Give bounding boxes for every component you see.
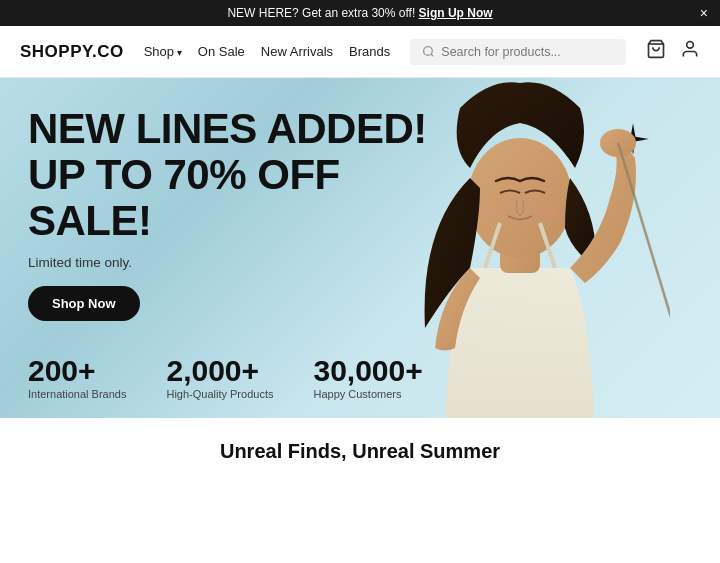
- nav-item-new-arrivals[interactable]: New Arrivals: [261, 44, 333, 59]
- nav-item-shop[interactable]: Shop: [144, 44, 182, 59]
- stat-label: High-Quality Products: [166, 388, 273, 400]
- announcement-bar: NEW HERE? Get an extra 30% off! Sign Up …: [0, 0, 720, 26]
- cart-icon[interactable]: [646, 39, 666, 64]
- search-bar[interactable]: [410, 39, 626, 65]
- nav-item-brands[interactable]: Brands: [349, 44, 390, 59]
- hero-content: NEW LINES ADDED! UP TO 70% OFF SALE! Lim…: [28, 106, 448, 321]
- announcement-link[interactable]: Sign Up Now: [419, 6, 493, 20]
- hero-headline-line1: NEW LINES ADDED!: [28, 105, 427, 152]
- bottom-section: Unreal Finds, Unreal Summer: [0, 418, 720, 473]
- site-logo[interactable]: SHOPPY.CO: [20, 42, 124, 62]
- search-input[interactable]: [441, 45, 614, 59]
- nav-icons: [646, 39, 700, 64]
- user-icon[interactable]: [680, 39, 700, 64]
- svg-point-3: [687, 42, 694, 49]
- stat-item: 200+ International Brands: [28, 356, 126, 400]
- search-icon: [422, 45, 435, 58]
- bottom-headline: Unreal Finds, Unreal Summer: [20, 440, 700, 463]
- hero-headline: NEW LINES ADDED! UP TO 70% OFF SALE!: [28, 106, 448, 245]
- announcement-close-button[interactable]: ×: [700, 6, 708, 20]
- stat-number: 2,000+: [166, 356, 273, 386]
- stat-number: 200+: [28, 356, 126, 386]
- hero-headline-line2: UP TO 70% OFF SALE!: [28, 151, 340, 244]
- svg-point-7: [483, 204, 507, 218]
- svg-point-5: [468, 138, 572, 258]
- shop-now-button[interactable]: Shop Now: [28, 286, 140, 321]
- stat-number: 30,000+: [313, 356, 422, 386]
- announcement-text: NEW HERE? Get an extra 30% off!: [227, 6, 415, 20]
- navbar: SHOPPY.CO ShopOn SaleNew ArrivalsBrands: [0, 26, 720, 78]
- stat-label: Happy Customers: [313, 388, 422, 400]
- nav-item-on-sale[interactable]: On Sale: [198, 44, 245, 59]
- stats-row: 200+ International Brands 2,000+ High-Qu…: [28, 356, 423, 400]
- stat-item: 30,000+ Happy Customers: [313, 356, 422, 400]
- svg-point-8: [533, 204, 557, 218]
- svg-point-0: [424, 47, 433, 56]
- hero-subtext: Limited time only.: [28, 255, 448, 270]
- stat-item: 2,000+ High-Quality Products: [166, 356, 273, 400]
- svg-line-12: [620, 146, 670, 328]
- nav-links: ShopOn SaleNew ArrivalsBrands: [144, 44, 391, 59]
- stat-label: International Brands: [28, 388, 126, 400]
- svg-line-1: [431, 54, 433, 56]
- hero-section: NEW LINES ADDED! UP TO 70% OFF SALE! Lim…: [0, 78, 720, 418]
